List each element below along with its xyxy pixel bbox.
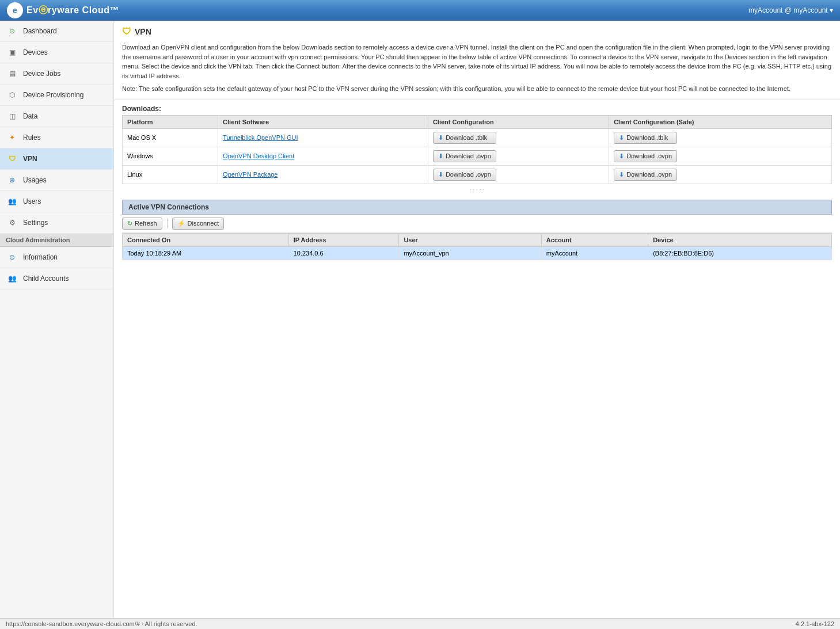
config-safe-linux: ⬇ Download .ovpn (609, 165, 832, 184)
software-windows: OpenVPN Desktop Client (218, 147, 428, 165)
openvpn-package-link[interactable]: OpenVPN Package (223, 171, 278, 178)
software-linux: OpenVPN Package (218, 165, 428, 184)
connected-on-cell: Today 10:18:29 AM (123, 246, 289, 260)
sidebar-item-label: Device Jobs (23, 70, 60, 78)
sidebar-item-device-jobs[interactable]: ▤ Device Jobs (0, 63, 113, 85)
data-icon: ◫ (6, 110, 18, 123)
information-icon: ⊜ (6, 251, 18, 264)
dashboard-icon: ⊙ (6, 25, 18, 37)
main-content: 🛡 VPN Download an OpenVPN client and con… (114, 21, 840, 618)
downloads-row-windows: Windows OpenVPN Desktop Client ⬇ Downloa… (123, 147, 832, 165)
download-tblk-btn-macos[interactable]: ⬇ Download .tblk (433, 132, 496, 144)
sidebar-item-usages[interactable]: ⊕ Usages (0, 170, 113, 191)
download-icon: ⬇ (438, 153, 443, 160)
sidebar-item-label: Dashboard (23, 27, 57, 35)
downloads-section: Downloads: Platform Client Software Clie… (114, 100, 840, 200)
disconnect-button[interactable]: ⚡ Disconnect (172, 218, 224, 230)
sidebar-item-label: Devices (23, 48, 48, 56)
footer-url: https://console-sandbox.everyware-cloud.… (6, 620, 197, 627)
download-ovpn-safe-btn-windows[interactable]: ⬇ Download .ovpn (614, 150, 677, 162)
user-menu[interactable]: myAccount @ myAccount ▾ (748, 6, 833, 14)
col-platform: Platform (123, 115, 218, 128)
sidebar-item-settings[interactable]: ⚙ Settings (0, 212, 113, 234)
sidebar-item-child-accounts[interactable]: 👥 Child Accounts (0, 268, 113, 289)
download-ovpn-safe-btn-linux[interactable]: ⬇ Download .ovpn (614, 169, 677, 181)
active-vpn-toolbar: ↻ Refresh ⚡ Disconnect (122, 215, 832, 233)
sidebar-item-devices[interactable]: ▣ Devices (0, 42, 113, 63)
download-tblk-safe-btn-macos[interactable]: ⬇ Download .tblk (614, 132, 677, 144)
sidebar-item-label: Device Provisioning (23, 91, 83, 99)
rules-icon: ✦ (6, 131, 18, 144)
download-safe-icon: ⬇ (619, 134, 624, 142)
device-jobs-icon: ▤ (6, 67, 18, 80)
active-vpn-section: Active VPN Connections ↻ Refresh ⚡ Disco… (122, 200, 832, 260)
disconnect-label: Disconnect (188, 220, 219, 227)
config-linux: ⬇ Download .ovpn (428, 165, 609, 184)
vpn-icon: 🛡 (6, 153, 18, 165)
platform-windows: Windows (123, 147, 218, 165)
config-windows: ⬇ Download .ovpn (428, 147, 609, 165)
vpn-description-text-2: Note: The safe configuration sets the de… (122, 84, 832, 94)
tunnelblick-link[interactable]: Tunnelblick OpenVPN GUI (223, 134, 298, 141)
sidebar-item-label: Rules (23, 134, 41, 142)
logo: e Evⓔryware Cloud™ (7, 2, 119, 18)
vpn-title: VPN (135, 27, 151, 36)
downloads-row-linux: Linux OpenVPN Package ⬇ Download .ovpn (123, 165, 832, 184)
device-provisioning-icon: ⬡ (6, 89, 18, 101)
sidebar: ⊙ Dashboard ▣ Devices ▤ Device Jobs ⬡ De… (0, 21, 114, 618)
footer-version: 4.2.1-sbx-122 (796, 620, 834, 627)
sidebar-item-label: Usages (23, 176, 47, 184)
active-vpn-header: Active VPN Connections (122, 200, 832, 215)
download-icon: ⬇ (438, 171, 443, 178)
sidebar-item-rules[interactable]: ✦ Rules (0, 127, 113, 148)
vpn-connection-row[interactable]: Today 10:18:29 AM 10.234.0.6 myAccount_v… (123, 246, 832, 260)
platform-macos: Mac OS X (123, 128, 218, 147)
sidebar-item-information[interactable]: ⊜ Information (0, 247, 113, 268)
col-connected-on: Connected On (123, 233, 289, 246)
sidebar-item-label: Information (23, 253, 58, 261)
users-icon: 👥 (6, 195, 18, 208)
col-device: Device (648, 233, 832, 246)
disconnect-icon: ⚡ (177, 220, 185, 227)
col-client-software: Client Software (218, 115, 428, 128)
col-client-config: Client Configuration (428, 115, 609, 128)
openvpn-desktop-link[interactable]: OpenVPN Desktop Client (223, 153, 294, 159)
refresh-button[interactable]: ↻ Refresh (122, 218, 162, 230)
sidebar-item-users[interactable]: 👥 Users (0, 191, 113, 212)
col-user: User (399, 233, 541, 246)
logo-text: Evⓔryware Cloud™ (26, 5, 119, 17)
vpn-section-header: 🛡 VPN (114, 21, 840, 40)
download-icon: ⬇ (438, 134, 443, 142)
sidebar-item-label: Users (23, 197, 41, 205)
refresh-label: Refresh (135, 220, 157, 227)
user-cell: myAccount_vpn (399, 246, 541, 260)
devices-icon: ▣ (6, 46, 18, 59)
ip-address-cell: 10.234.0.6 (288, 246, 399, 260)
download-ovpn-btn-windows[interactable]: ⬇ Download .ovpn (433, 150, 496, 162)
vpn-shield-icon: 🛡 (122, 26, 131, 37)
usages-icon: ⊕ (6, 174, 18, 186)
section-divider: · · · · · (122, 184, 832, 195)
app-footer: https://console-sandbox.everyware-cloud.… (0, 618, 840, 629)
sidebar-item-vpn[interactable]: 🛡 VPN (0, 148, 113, 170)
download-safe-icon: ⬇ (619, 153, 624, 160)
child-accounts-icon: 👥 (6, 272, 18, 285)
config-safe-windows: ⬇ Download .ovpn (609, 147, 832, 165)
sidebar-item-label: VPN (23, 155, 37, 163)
sidebar-item-label: Settings (23, 219, 48, 227)
device-cell: (B8:27:EB:BD:8E:D6) (648, 246, 832, 260)
config-safe-macos: ⬇ Download .tblk (609, 128, 832, 147)
col-ip-address: IP Address (288, 233, 399, 246)
refresh-icon: ↻ (127, 220, 132, 227)
app-body: ⊙ Dashboard ▣ Devices ▤ Device Jobs ⬡ De… (0, 21, 840, 618)
vpn-description-text-1: Download an OpenVPN client and configura… (122, 43, 832, 81)
account-cell: myAccount (541, 246, 648, 260)
cloud-admin-section-header: Cloud Administration (0, 234, 113, 247)
sidebar-item-device-provisioning[interactable]: ⬡ Device Provisioning (0, 85, 113, 106)
app-header: e Evⓔryware Cloud™ myAccount @ myAccount… (0, 0, 840, 21)
sidebar-item-data[interactable]: ◫ Data (0, 106, 113, 127)
download-ovpn-btn-linux[interactable]: ⬇ Download .ovpn (433, 169, 496, 181)
downloads-table: Platform Client Software Client Configur… (122, 115, 832, 184)
config-macos: ⬇ Download .tblk (428, 128, 609, 147)
sidebar-item-dashboard[interactable]: ⊙ Dashboard (0, 21, 113, 42)
